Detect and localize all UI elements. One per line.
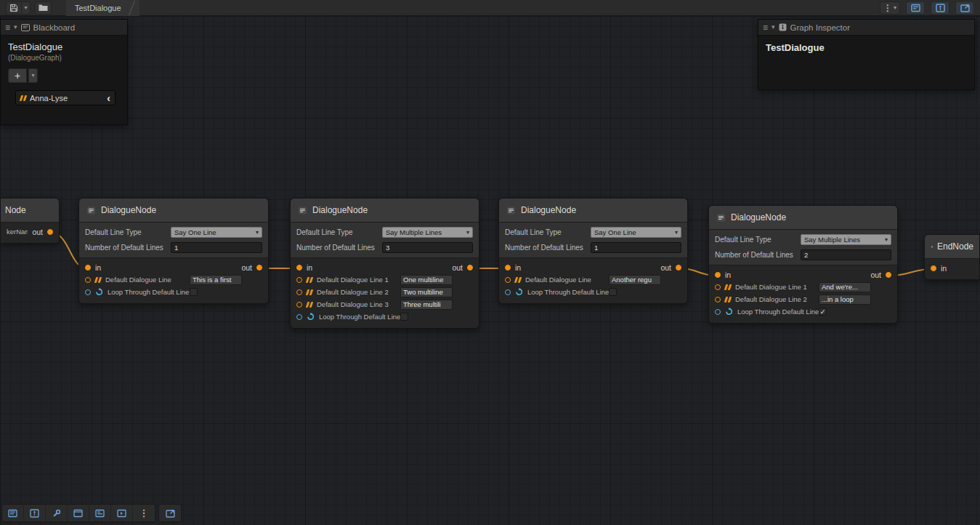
io-port-row: in out	[499, 261, 687, 273]
blackboard-header[interactable]: ≡ ▾ Blackboard	[1, 20, 127, 36]
line-input-port[interactable]	[85, 277, 91, 283]
graph-inspector-panel[interactable]: ≡ ▾ Graph Inspector TestDialogue	[758, 19, 975, 90]
loop-checkbox[interactable]: ✓	[819, 308, 827, 316]
loop-checkbox[interactable]	[190, 288, 198, 296]
input-port[interactable]	[296, 265, 302, 270]
loop-checkbox[interactable]	[609, 288, 617, 296]
loop-input-port[interactable]	[85, 289, 91, 295]
speaker-name-label: kerName	[7, 228, 28, 236]
line-input-port[interactable]	[296, 277, 302, 283]
blackboard-icon	[21, 24, 30, 31]
hamburger-icon[interactable]: ≡	[763, 23, 768, 32]
node-title-bar[interactable]: Node	[1, 199, 59, 223]
dialogue-node-2[interactable]: DialogueNode Default Line Type Say Multi…	[290, 198, 479, 329]
count-field[interactable]: 3	[382, 242, 473, 253]
node-title: DialogueNode	[101, 205, 156, 215]
blackboard-body: TestDialogue (DialogueGraph) + ▾ Anna-Ly…	[1, 36, 127, 105]
collapse-chevron-icon[interactable]: ‹	[107, 93, 110, 103]
loop-icon	[95, 288, 103, 296]
save-button[interactable]	[6, 1, 21, 15]
count-field[interactable]: 1	[591, 242, 681, 253]
breadcrumb-tab[interactable]: TestDialogue	[66, 0, 139, 16]
toggle-blackboard-button[interactable]	[906, 1, 925, 15]
loop-input-port[interactable]	[715, 309, 721, 315]
breadcrumb-label: TestDialogue	[75, 4, 121, 12]
node-title: EndNode	[937, 241, 973, 252]
line-input-port[interactable]	[715, 284, 721, 290]
inspector-toggle-button[interactable]	[24, 505, 46, 521]
toggle-inspector-button[interactable]	[931, 1, 949, 15]
loop-input-port[interactable]	[296, 314, 302, 320]
output-port[interactable]	[47, 229, 53, 235]
dialogue-line-field[interactable]: And we're...	[819, 282, 871, 292]
line-input-port[interactable]	[296, 302, 302, 308]
node-title-bar[interactable]: DialogueNode	[709, 206, 897, 230]
dialogue-node-3[interactable]: DialogueNode Default Line Type Say One L…	[498, 198, 688, 304]
blackboard-toggle-button[interactable]	[89, 505, 111, 521]
input-port[interactable]	[505, 265, 511, 270]
input-port-label: in	[95, 263, 101, 272]
line-type-dropdown[interactable]: Say Multiple Lines ▾	[801, 234, 891, 245]
line-input-port[interactable]	[505, 277, 511, 283]
toolbar-more-button[interactable]: ⋮ ▾	[880, 1, 900, 15]
blackboard-panel[interactable]: ≡ ▾ Blackboard TestDialogue (DialogueGra…	[0, 19, 128, 125]
toolbar-more-button[interactable]: ⋮	[133, 505, 155, 521]
dialogue-line-field[interactable]: One multiline	[400, 275, 453, 285]
panel-slide-button[interactable]	[111, 505, 133, 521]
line-type-dropdown[interactable]: Say One Line ▾	[591, 227, 681, 238]
add-property-button[interactable]: +	[8, 68, 27, 83]
top-toolbar: ▾ TestDialogue ⋮ ▾	[0, 0, 980, 16]
loop-input-port[interactable]	[505, 289, 511, 295]
input-port[interactable]	[931, 265, 936, 271]
node-title: DialogueNode	[312, 205, 368, 215]
dialogue-line-field[interactable]: ...in a loop	[819, 294, 871, 305]
count-field[interactable]: 2	[801, 249, 891, 260]
output-port[interactable]	[256, 265, 262, 270]
line-type-dropdown[interactable]: Say One Line ▾	[171, 227, 262, 238]
node-title-bar[interactable]: DialogueNode	[79, 199, 268, 223]
loop-row: Loop Through Default Lines?	[79, 286, 268, 298]
output-port[interactable]	[467, 265, 473, 270]
settings-wrench-button[interactable]	[46, 505, 68, 521]
chevron-down-icon: ▾	[24, 5, 27, 11]
output-port[interactable]	[676, 265, 681, 270]
node-title-bar[interactable]: DialogueNode	[499, 199, 687, 223]
save-options-button[interactable]: ▾	[21, 1, 31, 15]
inspected-graph-name: TestDialogue	[766, 42, 967, 53]
dropdown-value: Say One Line	[174, 228, 256, 236]
inspector-header[interactable]: ≡ ▾ Graph Inspector	[758, 20, 974, 36]
collapse-caret-icon[interactable]: ▾	[772, 24, 775, 31]
window-toggle-button[interactable]	[68, 505, 89, 521]
node-title-bar[interactable]: DialogueNode	[291, 199, 479, 223]
dialogue-line-field[interactable]: This is a first	[190, 275, 242, 285]
start-node[interactable]: Node kerName out	[0, 198, 60, 244]
hamburger-icon[interactable]: ≡	[5, 23, 10, 32]
dialogue-node-4[interactable]: DialogueNode Default Line Type Say Multi…	[708, 205, 898, 324]
loop-label: Loop Through Default Lines?	[108, 288, 190, 296]
output-port[interactable]	[886, 272, 891, 278]
input-port[interactable]	[715, 272, 721, 278]
dialogue-line-field[interactable]: Another regu	[609, 275, 661, 285]
dialogue-line-field[interactable]: Three multili	[400, 300, 453, 310]
collapse-caret-icon[interactable]: ▾	[14, 24, 17, 31]
end-node[interactable]: EndNode in	[924, 234, 980, 280]
line-input-port[interactable]	[296, 289, 302, 295]
output-port-label: out	[870, 270, 881, 279]
node-title: Node	[5, 205, 26, 215]
folder-icon	[39, 4, 48, 12]
line-type-dropdown[interactable]: Say Multiple Lines ▾	[382, 227, 473, 238]
add-property-options-button[interactable]: ▾	[28, 68, 38, 83]
input-port[interactable]	[85, 265, 91, 270]
list-icon	[8, 509, 17, 518]
console-list-button[interactable]	[2, 505, 24, 521]
open-asset-button[interactable]	[35, 1, 52, 15]
count-field[interactable]: 1	[171, 242, 262, 253]
open-external-button[interactable]	[159, 505, 181, 521]
line-input-port[interactable]	[715, 297, 721, 302]
open-external-button[interactable]	[955, 1, 974, 15]
dialogue-node-1[interactable]: DialogueNode Default Line Type Say One L…	[78, 198, 269, 304]
dialogue-line-field[interactable]: Two multiline	[400, 287, 453, 297]
loop-checkbox[interactable]	[400, 313, 408, 321]
node-title-bar[interactable]: EndNode	[925, 235, 979, 259]
blackboard-property-row[interactable]: Anna-Lyse ‹	[15, 90, 116, 105]
